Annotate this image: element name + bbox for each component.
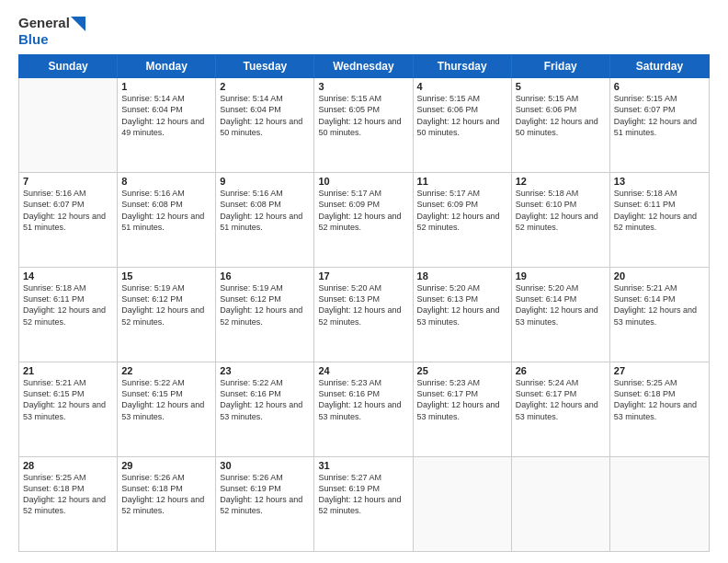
calendar-cell [19,78,118,172]
cell-info: Sunrise: 5:19 AMSunset: 6:12 PMDaylight:… [220,282,310,327]
calendar-cell: 9Sunrise: 5:16 AMSunset: 6:08 PMDaylight… [216,173,314,267]
cell-info: Sunrise: 5:26 AMSunset: 6:18 PMDaylight:… [121,472,211,517]
cell-info: Sunrise: 5:15 AMSunset: 6:07 PMDaylight:… [614,93,705,138]
calendar-cell: 25Sunrise: 5:23 AMSunset: 6:17 PMDayligh… [414,362,512,456]
header-day: Saturday [610,55,709,77]
cell-info: Sunrise: 5:23 AMSunset: 6:16 PMDaylight:… [318,377,408,422]
calendar-cell: 19Sunrise: 5:20 AMSunset: 6:14 PMDayligh… [512,268,610,362]
calendar-cell: 12Sunrise: 5:18 AMSunset: 6:10 PMDayligh… [512,173,610,267]
day-number: 30 [220,460,310,471]
day-number: 6 [614,81,705,92]
day-number: 7 [23,176,113,187]
cell-info: Sunrise: 5:15 AMSunset: 6:05 PMDaylight:… [318,93,408,138]
calendar-cell: 4Sunrise: 5:15 AMSunset: 6:06 PMDaylight… [414,78,512,172]
logo-text: General Blue [18,15,85,47]
day-number: 24 [318,365,408,376]
day-number: 10 [318,176,408,187]
calendar-cell [512,457,610,551]
day-number: 17 [318,270,408,282]
cell-info: Sunrise: 5:14 AMSunset: 6:04 PMDaylight:… [121,93,211,138]
day-number: 19 [516,270,606,282]
cell-info: Sunrise: 5:17 AMSunset: 6:09 PMDaylight:… [318,188,408,233]
cell-info: Sunrise: 5:20 AMSunset: 6:13 PMDaylight:… [318,282,408,327]
day-number: 5 [516,81,606,92]
day-number: 21 [23,365,113,376]
calendar-cell: 24Sunrise: 5:23 AMSunset: 6:16 PMDayligh… [314,362,413,456]
header-day: Friday [512,55,610,77]
cell-info: Sunrise: 5:21 AMSunset: 6:15 PMDaylight:… [23,377,113,422]
header-day: Tuesday [216,55,314,77]
calendar-cell: 26Sunrise: 5:24 AMSunset: 6:17 PMDayligh… [512,362,610,456]
calendar-cell [610,457,709,551]
day-number: 22 [121,365,211,376]
header: General Blue [18,15,710,47]
cell-info: Sunrise: 5:17 AMSunset: 6:09 PMDaylight:… [417,188,507,233]
logo-arrow-icon [71,17,85,31]
day-number: 25 [417,365,507,376]
calendar-cell: 17Sunrise: 5:20 AMSunset: 6:13 PMDayligh… [314,268,413,362]
calendar-cell: 8Sunrise: 5:16 AMSunset: 6:08 PMDaylight… [118,173,216,267]
cell-info: Sunrise: 5:20 AMSunset: 6:13 PMDaylight:… [417,282,507,327]
header-day: Monday [118,55,216,77]
cell-info: Sunrise: 5:27 AMSunset: 6:19 PMDaylight:… [318,472,408,517]
cell-info: Sunrise: 5:25 AMSunset: 6:18 PMDaylight:… [614,377,705,422]
calendar: SundayMondayTuesdayWednesdayThursdayFrid… [18,54,710,552]
cell-info: Sunrise: 5:25 AMSunset: 6:18 PMDaylight:… [23,472,113,517]
day-number: 23 [220,365,310,376]
calendar-row: 21Sunrise: 5:21 AMSunset: 6:15 PMDayligh… [19,362,709,457]
day-number: 14 [23,270,113,282]
calendar-cell: 28Sunrise: 5:25 AMSunset: 6:18 PMDayligh… [19,457,118,551]
calendar-cell: 7Sunrise: 5:16 AMSunset: 6:07 PMDaylight… [19,173,118,267]
svg-marker-0 [71,17,85,31]
cell-info: Sunrise: 5:18 AMSunset: 6:10 PMDaylight:… [516,188,606,233]
cell-info: Sunrise: 5:16 AMSunset: 6:07 PMDaylight:… [23,188,113,233]
day-number: 31 [318,460,408,471]
cell-info: Sunrise: 5:16 AMSunset: 6:08 PMDaylight:… [121,188,211,233]
day-number: 4 [417,81,507,92]
cell-info: Sunrise: 5:15 AMSunset: 6:06 PMDaylight:… [516,93,606,138]
calendar-cell: 20Sunrise: 5:21 AMSunset: 6:14 PMDayligh… [610,268,709,362]
calendar-cell: 14Sunrise: 5:18 AMSunset: 6:11 PMDayligh… [19,268,118,362]
calendar-cell: 5Sunrise: 5:15 AMSunset: 6:06 PMDaylight… [512,78,610,172]
cell-info: Sunrise: 5:20 AMSunset: 6:14 PMDaylight:… [516,282,606,327]
calendar-row: 14Sunrise: 5:18 AMSunset: 6:11 PMDayligh… [19,268,709,362]
calendar-cell: 15Sunrise: 5:19 AMSunset: 6:12 PMDayligh… [118,268,216,362]
calendar-body: 1Sunrise: 5:14 AMSunset: 6:04 PMDaylight… [18,78,710,552]
day-number: 8 [121,176,211,187]
day-number: 15 [121,270,211,282]
day-number: 27 [614,365,705,376]
calendar-row: 7Sunrise: 5:16 AMSunset: 6:07 PMDaylight… [19,173,709,268]
cell-info: Sunrise: 5:21 AMSunset: 6:14 PMDaylight:… [614,282,705,327]
day-number: 28 [23,460,113,471]
calendar-cell: 16Sunrise: 5:19 AMSunset: 6:12 PMDayligh… [216,268,314,362]
header-day: Wednesday [314,55,413,77]
day-number: 11 [417,176,507,187]
calendar-cell: 27Sunrise: 5:25 AMSunset: 6:18 PMDayligh… [610,362,709,456]
day-number: 29 [121,460,211,471]
calendar-cell: 22Sunrise: 5:22 AMSunset: 6:15 PMDayligh… [118,362,216,456]
cell-info: Sunrise: 5:24 AMSunset: 6:17 PMDaylight:… [516,377,606,422]
calendar-cell: 11Sunrise: 5:17 AMSunset: 6:09 PMDayligh… [414,173,512,267]
day-number: 18 [417,270,507,282]
day-number: 1 [121,81,211,92]
cell-info: Sunrise: 5:16 AMSunset: 6:08 PMDaylight:… [220,188,310,233]
cell-info: Sunrise: 5:26 AMSunset: 6:19 PMDaylight:… [220,472,310,517]
calendar-cell: 6Sunrise: 5:15 AMSunset: 6:07 PMDaylight… [610,78,709,172]
cell-info: Sunrise: 5:22 AMSunset: 6:16 PMDaylight:… [220,377,310,422]
calendar-cell: 18Sunrise: 5:20 AMSunset: 6:13 PMDayligh… [414,268,512,362]
calendar-cell: 3Sunrise: 5:15 AMSunset: 6:05 PMDaylight… [314,78,413,172]
day-number: 26 [516,365,606,376]
header-day: Sunday [19,55,118,77]
header-day: Thursday [414,55,512,77]
calendar-cell: 10Sunrise: 5:17 AMSunset: 6:09 PMDayligh… [314,173,413,267]
calendar-cell: 31Sunrise: 5:27 AMSunset: 6:19 PMDayligh… [314,457,413,551]
calendar-cell: 1Sunrise: 5:14 AMSunset: 6:04 PMDaylight… [118,78,216,172]
calendar-cell: 23Sunrise: 5:22 AMSunset: 6:16 PMDayligh… [216,362,314,456]
day-number: 16 [220,270,310,282]
day-number: 3 [318,81,408,92]
logo: General Blue [18,15,85,47]
calendar-cell [414,457,512,551]
calendar-cell: 13Sunrise: 5:18 AMSunset: 6:11 PMDayligh… [610,173,709,267]
cell-info: Sunrise: 5:23 AMSunset: 6:17 PMDaylight:… [417,377,507,422]
cell-info: Sunrise: 5:18 AMSunset: 6:11 PMDaylight:… [614,188,705,233]
